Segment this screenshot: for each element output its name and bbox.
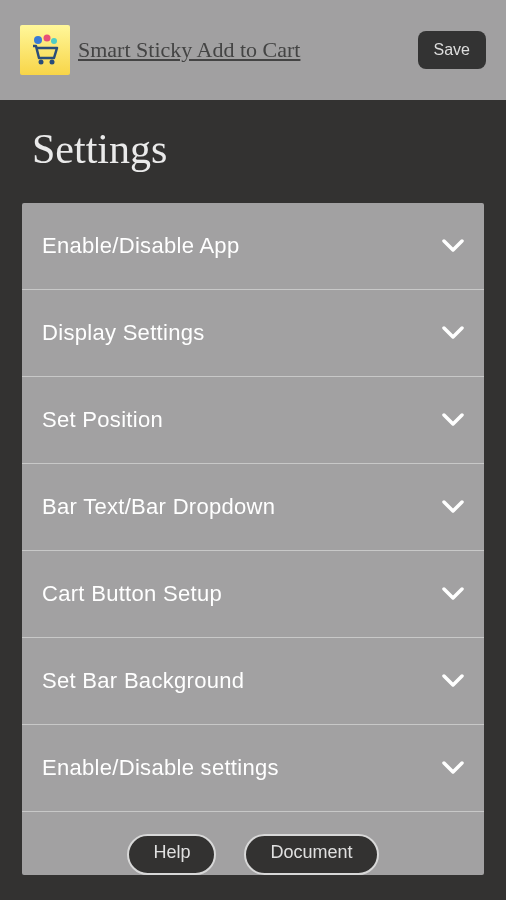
accordion-label: Display Settings — [42, 320, 205, 346]
svg-point-3 — [39, 60, 44, 65]
accordion-display-settings[interactable]: Display Settings — [22, 290, 484, 377]
svg-point-1 — [44, 35, 51, 42]
app-title-wrap: Smart Sticky Add to Cart — [20, 25, 300, 75]
accordion-enable-disable-app[interactable]: Enable/Disable App — [22, 203, 484, 290]
accordion-label: Enable/Disable App — [42, 233, 239, 259]
accordion-cart-button-setup[interactable]: Cart Button Setup — [22, 551, 484, 638]
accordion-label: Bar Text/Bar Dropdown — [42, 494, 275, 520]
accordion-set-bar-background[interactable]: Set Bar Background — [22, 638, 484, 725]
accordion-label: Enable/Disable settings — [42, 755, 279, 781]
accordion-label: Cart Button Setup — [42, 581, 222, 607]
chevron-down-icon — [442, 413, 464, 427]
chevron-down-icon — [442, 587, 464, 601]
accordion-bar-text-dropdown[interactable]: Bar Text/Bar Dropdown — [22, 464, 484, 551]
app-title-link[interactable]: Smart Sticky Add to Cart — [78, 37, 300, 63]
chevron-down-icon — [442, 326, 464, 340]
help-button[interactable]: Help — [127, 834, 216, 875]
accordion-set-position[interactable]: Set Position — [22, 377, 484, 464]
chevron-down-icon — [442, 239, 464, 253]
svg-point-0 — [34, 36, 42, 44]
svg-point-4 — [50, 60, 55, 65]
document-button[interactable]: Document — [244, 834, 378, 875]
settings-panel: Enable/Disable App Display Settings Set … — [22, 203, 484, 875]
app-logo-icon — [20, 25, 70, 75]
accordion-label: Set Bar Background — [42, 668, 244, 694]
main-area: Settings Enable/Disable App Display Sett… — [0, 100, 506, 900]
accordion-enable-disable-settings[interactable]: Enable/Disable settings — [22, 725, 484, 812]
chevron-down-icon — [442, 674, 464, 688]
chevron-down-icon — [442, 500, 464, 514]
save-button[interactable]: Save — [418, 31, 486, 69]
page-title: Settings — [22, 125, 484, 173]
chevron-down-icon — [442, 761, 464, 775]
accordion-label: Set Position — [42, 407, 163, 433]
footer-button-row: Help Document — [22, 812, 484, 875]
svg-point-2 — [51, 38, 57, 44]
top-bar: Smart Sticky Add to Cart Save — [0, 0, 506, 100]
